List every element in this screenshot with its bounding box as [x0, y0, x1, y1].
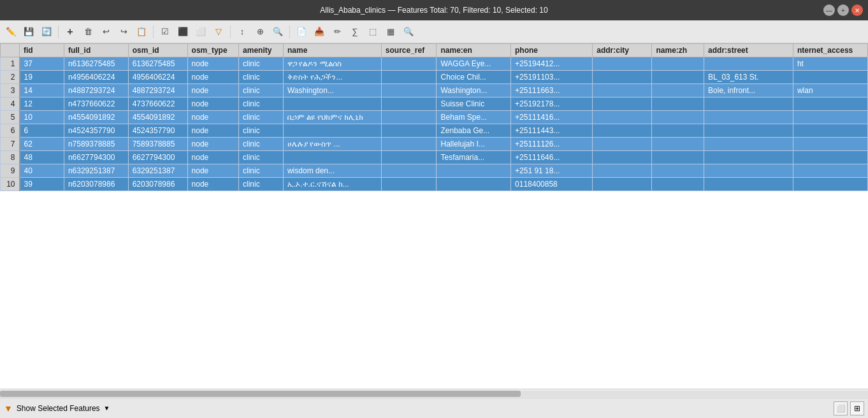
- status-bar: ▼ Show Selected Features ▼ ⬜ ⊞: [0, 398, 868, 418]
- redo-button[interactable]: ↪: [115, 24, 132, 40]
- table-row[interactable]: 314n48872937244887293724nodeclinicWashin…: [1, 84, 868, 97]
- field-calc-button[interactable]: ∑: [347, 24, 363, 40]
- copy-button[interactable]: 📋: [133, 24, 150, 40]
- col-header-source_ref[interactable]: source_ref: [381, 44, 437, 57]
- toolbar-separator-4: [289, 25, 290, 38]
- refresh-button[interactable]: 🔄: [38, 24, 55, 40]
- zoom-button[interactable]: 🔍: [270, 24, 286, 40]
- table-row[interactable]: 412n47376606224737660622nodeclinicSuisse…: [1, 97, 868, 111]
- dropdown-arrow[interactable]: ▼: [104, 405, 110, 412]
- features-table: fid full_id osm_id osm_type amenity name…: [0, 43, 868, 191]
- filter-select-button[interactable]: ▽: [210, 24, 227, 40]
- save-button[interactable]: 💾: [20, 24, 37, 40]
- undo-button[interactable]: ↩: [98, 24, 114, 40]
- col-header-rownum: [1, 44, 20, 57]
- table-row[interactable]: 66n45243577904524357790nodeclinicZenbaba…: [1, 124, 868, 138]
- copy2-button[interactable]: 📄: [293, 24, 310, 40]
- table-header-row: fid full_id osm_id osm_type amenity name…: [1, 44, 868, 57]
- delete-button[interactable]: 🗑: [80, 24, 96, 40]
- col-header-phone[interactable]: phone: [511, 44, 593, 57]
- attribute-table[interactable]: fid full_id osm_id osm_type amenity name…: [0, 43, 868, 389]
- paste-button[interactable]: 📥: [311, 24, 328, 40]
- toolbar-separator-2: [153, 25, 154, 38]
- table-row[interactable]: 762n75893788857589378885nodeclinicሀሌሉያ የ…: [1, 138, 868, 151]
- pan-button[interactable]: ⊕: [252, 24, 268, 40]
- toggle-dock-button[interactable]: ⬜: [834, 401, 848, 415]
- move-selected-button[interactable]: ↕: [234, 24, 250, 40]
- expand-button[interactable]: ⊞: [850, 401, 864, 415]
- status-left: ▼ Show Selected Features ▼: [4, 403, 110, 414]
- deselect-all-button[interactable]: ⬜: [192, 24, 209, 40]
- close-button[interactable]: ✕: [851, 4, 863, 16]
- window-controls: — + ✕: [823, 4, 863, 16]
- col-header-addr_street[interactable]: addr:street: [704, 44, 793, 57]
- window-title: Allis_Ababa_clinics — Features Total: 70…: [320, 6, 547, 15]
- col-header-osm_type[interactable]: osm_type: [187, 44, 238, 57]
- col-header-full_id[interactable]: full_id: [64, 44, 128, 57]
- col-header-osm_id[interactable]: osm_id: [128, 44, 187, 57]
- add-feature-button[interactable]: +: [62, 24, 78, 40]
- column-button[interactable]: ▦: [382, 24, 399, 40]
- title-bar: Allis_Ababa_clinics — Features Total: 70…: [0, 0, 868, 20]
- minimize-button[interactable]: —: [823, 4, 835, 16]
- horizontal-scrollbar[interactable]: [0, 389, 868, 398]
- col-header-name_zh[interactable]: name:zh: [652, 44, 704, 57]
- search-button[interactable]: 🔍: [400, 24, 417, 40]
- col-header-fid[interactable]: fid: [20, 44, 64, 57]
- conditional-button[interactable]: ⬚: [365, 24, 381, 40]
- table-row[interactable]: 940n63292513876329251387nodeclinicwisdom…: [1, 164, 868, 178]
- show-selected-label[interactable]: Show Selected Features: [17, 404, 100, 413]
- filter-icon: ▼: [4, 403, 13, 414]
- table-row[interactable]: 510n45540918924554091892nodeclinicቤኃም ልዩ…: [1, 111, 868, 124]
- table-row[interactable]: 219n49564062244956406224nodeclinicቅድስት የ…: [1, 71, 868, 84]
- invert-selection-button[interactable]: ⬛: [175, 24, 191, 40]
- col-header-name_en[interactable]: name:en: [437, 44, 511, 57]
- table-row[interactable]: 1039n62030789866203078986nodeclinicኢ.ኦ.ተ…: [1, 178, 868, 191]
- edit-toggle-button[interactable]: ✏️: [3, 24, 19, 40]
- col-header-name[interactable]: name: [283, 44, 381, 57]
- status-right: ⬜ ⊞: [834, 401, 864, 415]
- table-row[interactable]: 137n61362754856136275485nodeclinicዋጋ የልዶ…: [1, 57, 868, 71]
- maximize-button[interactable]: +: [837, 4, 849, 16]
- edit2-button[interactable]: ✏: [329, 24, 345, 40]
- col-header-amenity[interactable]: amenity: [239, 44, 284, 57]
- col-header-nternet_access[interactable]: nternet_access: [793, 44, 867, 57]
- toolbar: ✏️ 💾 🔄 + 🗑 ↩ ↪ 📋 ☑ ⬛ ⬜ ▽ ↕ ⊕ 🔍 📄 📥 ✏ ∑ ⬚…: [0, 20, 868, 43]
- table-row[interactable]: 848n66277943006627794300nodeclinicTesfam…: [1, 151, 868, 164]
- toolbar-separator-1: [58, 25, 59, 38]
- toolbar-separator-3: [230, 25, 231, 38]
- select-all-button[interactable]: ☑: [157, 24, 173, 40]
- col-header-addr_city[interactable]: addr:city: [593, 44, 652, 57]
